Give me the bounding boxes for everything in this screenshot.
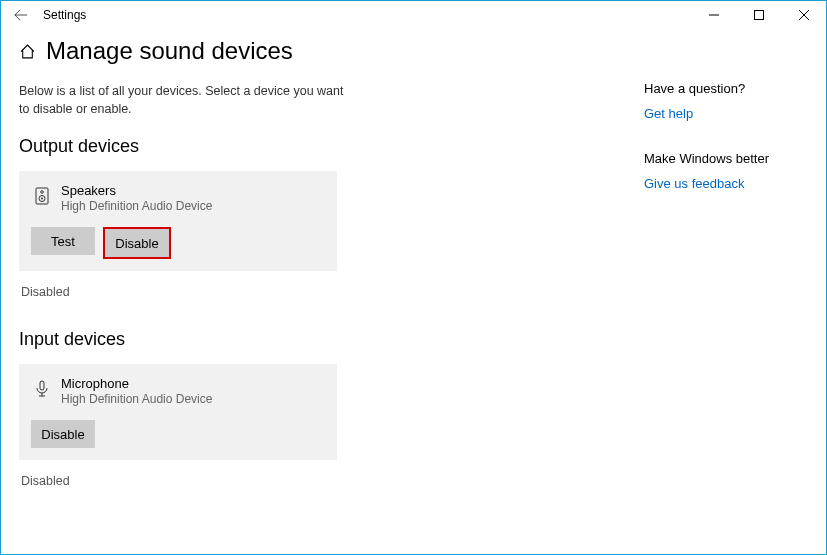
input-device-card[interactable]: Microphone High Definition Audio Device … [19,364,337,460]
input-status: Disabled [21,474,349,488]
maximize-button[interactable] [736,1,781,29]
get-help-link[interactable]: Get help [644,106,769,121]
speaker-icon [31,185,53,207]
output-button-row: Test Disable [31,227,325,259]
minimize-icon [709,10,719,20]
question-heading: Have a question? [644,81,769,96]
input-section-title: Input devices [19,329,349,350]
microphone-icon [31,378,53,400]
output-disable-button[interactable]: Disable [105,229,169,257]
arrow-left-icon [14,8,28,22]
title-bar: Settings [1,1,826,29]
close-icon [799,10,809,20]
feedback-link[interactable]: Give us feedback [644,176,769,191]
svg-point-7 [41,198,43,200]
output-device-name: Speakers [61,183,212,198]
better-heading: Make Windows better [644,151,769,166]
input-button-row: Disable [31,420,325,448]
disable-highlight: Disable [103,227,171,259]
window-controls [691,1,826,29]
home-icon[interactable] [19,43,36,60]
input-disable-button[interactable]: Disable [31,420,95,448]
close-button[interactable] [781,1,826,29]
input-device-header: Microphone High Definition Audio Device [31,376,325,406]
page-title: Manage sound devices [46,37,293,65]
app-title: Settings [43,8,86,22]
svg-point-5 [41,191,44,194]
svg-rect-8 [40,381,44,390]
main-panel: Manage sound devices Below is a list of … [19,37,349,518]
input-device-sub: High Definition Audio Device [61,392,212,406]
back-button[interactable] [7,1,35,29]
output-section-title: Output devices [19,136,349,157]
minimize-button[interactable] [691,1,736,29]
maximize-icon [754,10,764,20]
sidebar: Have a question? Get help Make Windows b… [644,81,769,221]
page-header: Manage sound devices [19,37,349,65]
output-status: Disabled [21,285,349,299]
input-device-name: Microphone [61,376,212,391]
svg-rect-1 [754,11,763,20]
device-header: Speakers High Definition Audio Device [31,183,325,213]
test-button[interactable]: Test [31,227,95,255]
output-device-card[interactable]: Speakers High Definition Audio Device Te… [19,171,337,271]
intro-text: Below is a list of all your devices. Sel… [19,83,349,118]
output-device-sub: High Definition Audio Device [61,199,212,213]
